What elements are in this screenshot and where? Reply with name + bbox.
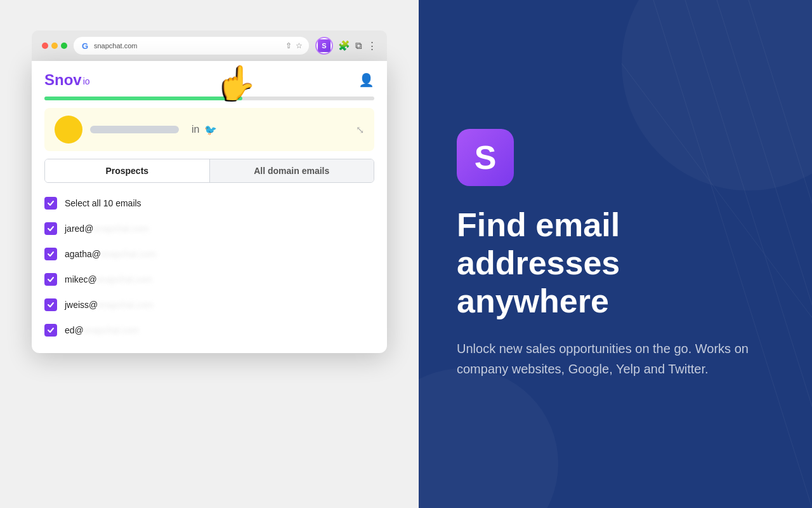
left-panel: G snapchat.com ⇧ ☆ S 🧩 ⧉ ⋮ 👆 Snov io xyxy=(0,0,419,508)
bookmark-icon[interactable]: ☆ xyxy=(296,41,303,50)
app-icon-letter: S xyxy=(475,138,497,177)
extension-icon-wrapper[interactable]: S xyxy=(315,37,333,55)
headline: Find email addresses anywhere xyxy=(457,206,774,320)
email-address: jweiss@snapchat.com xyxy=(65,300,154,310)
select-all-label: Select all 10 emails xyxy=(65,198,141,208)
email-address: mikec@snapchat.com xyxy=(65,274,152,284)
tab-all-domain-emails[interactable]: All domain emails xyxy=(210,159,374,182)
browser-actions: S 🧩 ⧉ ⋮ xyxy=(315,37,377,55)
twitter-icon[interactable]: 🐦 xyxy=(204,124,217,136)
share-icon[interactable]: ⇧ xyxy=(285,41,292,50)
email-domain-blurred: snapchat.com xyxy=(101,249,156,259)
email-checkbox[interactable] xyxy=(44,298,57,311)
sidebar-toggle-icon[interactable]: ⧉ xyxy=(355,40,362,51)
credits-progress-bar xyxy=(44,97,374,100)
subheadline: Unlock new sales opportunities on the go… xyxy=(457,338,761,379)
email-checkbox[interactable] xyxy=(44,324,57,337)
email-item[interactable]: agatha@snapchat.com xyxy=(44,241,374,267)
snovio-logo: Snov io xyxy=(44,71,90,89)
popup-header: Snov io 👤 xyxy=(32,61,387,94)
right-panel: S Find email addresses anywhere Unlock n… xyxy=(419,0,812,508)
address-text: snapchat.com xyxy=(94,42,282,50)
email-address: jared@snapchat.com xyxy=(65,224,149,234)
linkedin-icon[interactable]: in xyxy=(192,124,199,135)
email-domain-blurred: snapchat.com xyxy=(84,325,139,335)
email-address: ed@snapchat.com xyxy=(65,325,139,335)
google-icon: G xyxy=(80,41,90,51)
email-checkbox[interactable] xyxy=(44,248,57,260)
email-item[interactable]: ed@snapchat.com xyxy=(44,318,374,343)
address-bar[interactable]: G snapchat.com ⇧ ☆ xyxy=(74,37,309,55)
right-content: S Find email addresses anywhere Unlock n… xyxy=(457,129,774,378)
extension-popup: Snov io 👤 in 🐦 ⤡ Prospects A xyxy=(32,61,387,353)
email-checkbox[interactable] xyxy=(44,222,57,235)
progress-bar-fill xyxy=(44,97,242,100)
browser-chrome: G snapchat.com ⇧ ☆ S 🧩 ⧉ ⋮ xyxy=(32,30,387,61)
email-address: agatha@snapchat.com xyxy=(65,249,156,259)
logo-io: io xyxy=(83,76,90,86)
app-icon-large: S xyxy=(457,129,514,186)
maximize-dot[interactable] xyxy=(61,43,67,49)
email-domain-blurred: snapchat.com xyxy=(93,224,148,234)
more-options-icon[interactable]: ⋮ xyxy=(367,40,377,51)
close-dot[interactable] xyxy=(42,43,48,49)
email-domain-blurred: snapchat.com xyxy=(97,274,152,284)
social-icons: in 🐦 xyxy=(192,124,217,136)
user-account-icon[interactable]: 👤 xyxy=(358,72,374,88)
profile-card: in 🐦 ⤡ xyxy=(44,108,374,151)
puzzle-icon[interactable]: 🧩 xyxy=(338,40,350,51)
email-list: Select all 10 emails jared@snapchat.com xyxy=(32,190,387,353)
email-item[interactable]: jared@snapchat.com xyxy=(44,216,374,241)
email-item[interactable]: mikec@snapchat.com xyxy=(44,267,374,292)
expand-icon[interactable]: ⤡ xyxy=(356,124,364,136)
email-checkbox[interactable] xyxy=(44,273,57,286)
snov-extension-icon: S xyxy=(318,39,331,52)
minimize-dot[interactable] xyxy=(51,43,58,49)
tabs-container: Prospects All domain emails xyxy=(44,159,374,183)
avatar xyxy=(55,116,82,144)
logo-snov: Snov xyxy=(44,71,82,89)
email-domain-blurred: snapchat.com xyxy=(98,300,153,310)
select-all-checkbox[interactable] xyxy=(44,197,57,210)
tab-prospects[interactable]: Prospects xyxy=(45,159,209,182)
select-all-item[interactable]: Select all 10 emails xyxy=(44,190,374,216)
profile-name-placeholder xyxy=(90,126,179,133)
browser-dots xyxy=(42,43,67,49)
email-item[interactable]: jweiss@snapchat.com xyxy=(44,292,374,318)
